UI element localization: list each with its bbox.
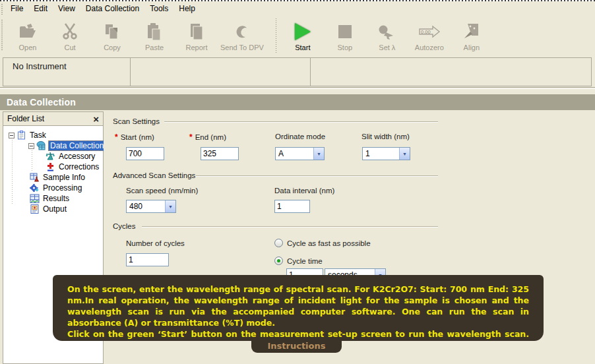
number-of-cycles-input[interactable] [126,253,169,266]
chevron-down-icon[interactable]: ▼ [399,148,410,160]
menu-data-collection[interactable]: Data Collection [80,3,144,15]
required-marker: * [115,133,118,142]
slit-width-value: 1 [363,149,399,158]
toolbar-button-label: Open [19,44,37,51]
scan-speed-select[interactable]: 480 ▼ [126,200,176,213]
crescent-icon [234,21,250,42]
tree-item-output[interactable]: Output [3,204,103,214]
data-collection-icon [36,141,46,150]
chevron-down-icon[interactable]: ▼ [165,200,175,212]
group-title-scan-settings: Scan Settings [113,117,160,125]
instructions-button-label: Instructions [267,341,325,351]
sample-info-icon [30,173,40,182]
toolbar-send-to-dpv-button[interactable]: Send To DPV [218,18,266,53]
copy-pages-icon [104,21,121,42]
menu-view[interactable]: View [53,3,80,15]
corrections-icon [46,162,55,171]
slit-width-select[interactable]: 1 ▼ [362,147,410,160]
end-nm-label: *End (nm) [189,133,226,142]
toolbar-start-button[interactable]: Start [282,18,324,53]
start-nm-input[interactable] [126,147,164,160]
window-top-edge [0,0,595,1]
cycle-fast-label: Cycle as fast as possible [287,239,371,247]
toolbar-button-label: Start [295,44,310,51]
group-line [164,121,438,123]
start-nm-label: *Start (nm) [115,133,154,142]
toolbar-autozero-button[interactable]: 0.00 Autozero [408,18,451,53]
tree-item-data-collection[interactable]: Data Collection [3,140,103,151]
data-interval-label: Data interval (nm) [274,187,334,195]
toolbar-button-label: Autozero [415,44,444,51]
tooltip-paragraph: On the screen, enter the wavelength rang… [67,284,529,328]
toolbar-cut-button[interactable]: Cut [49,18,91,53]
toolbar-copy-button[interactable]: Copy [91,18,133,53]
toolbar-paste-button[interactable]: Paste [133,18,175,53]
tree-item-label: Task [28,131,47,140]
cycle-time-label: Cycle time [287,257,323,265]
page-title: Data Collection [0,94,595,110]
toolbar-stop-button[interactable]: Stop [324,18,366,53]
tree-item-results[interactable]: Results [3,193,103,204]
instrument-status-text: No Instrument [13,61,67,71]
align-icon [462,21,481,42]
data-interval-input[interactable] [274,200,310,213]
tree-item-label: Accessory [57,152,96,161]
tree-item-sample-info[interactable]: Sample Info [3,172,103,183]
tree-item-label: Processing [42,183,83,193]
tree-item-processing[interactable]: Processing [3,183,103,193]
ordinate-mode-label: Ordinate mode [275,133,325,140]
scan-speed-value: 480 [127,202,165,211]
toolbar-button-label: Paste [145,44,164,51]
output-document-icon [30,204,40,214]
menu-bar: File Edit View Data Collection Tools Hel… [0,2,595,15]
collapse-minus-icon[interactable] [9,133,15,138]
tree-item-label: Results [42,194,71,203]
instruction-tooltip: On the screen, enter the wavelength rang… [53,275,544,341]
tree-item-label: Corrections [57,162,100,171]
instrument-status-bar: No Instrument [3,57,592,86]
menubar-grip[interactable] [1,4,3,15]
group-line [142,226,438,228]
status-cell-empty [131,58,311,86]
folder-list-header: Folder List × [3,112,103,126]
toolbar-set-wavelength-button[interactable]: Set λ [366,18,408,53]
tree-item-task[interactable]: Task [3,130,103,140]
horizontal-divider [0,87,595,89]
toolbar: Open Cut Copy Paste Report [0,16,595,55]
cycle-time-radio[interactable] [274,257,283,265]
toolbar-align-button[interactable]: Align [451,18,493,53]
processing-gear-icon [30,183,40,193]
instrument-status-cell: No Instrument [3,58,131,86]
instructions-button[interactable]: Instructions [251,339,342,353]
accessory-icon [46,152,55,161]
tree-item-corrections[interactable]: Corrections [3,162,103,172]
slit-width-label: Slit width (nm) [361,133,410,140]
results-chart-icon [30,194,40,203]
collapse-minus-icon[interactable] [28,143,34,149]
group-title-advanced: Advanced Scan Settings [113,171,195,179]
chevron-down-icon[interactable]: ▼ [313,148,324,160]
clipboard-task-icon [16,131,26,140]
page-title-text: Data Collection [7,97,76,107]
tree-item-label: Output [42,204,68,214]
label-text: Start (nm) [121,133,154,141]
folder-list-title: Folder List [7,114,93,123]
tree-item-accessory[interactable]: Accessory [3,151,103,162]
menu-edit[interactable]: Edit [28,3,53,15]
menu-tools[interactable]: Tools [144,3,173,15]
paste-clipboard-icon [146,21,163,42]
toolbar-separator [276,18,276,53]
toolbar-grip[interactable] [1,20,3,51]
toolbar-report-button[interactable]: Report [175,18,218,53]
cycle-fast-radio[interactable] [274,239,283,247]
close-icon[interactable]: × [93,114,99,124]
toolbar-button-label: Align [464,44,480,51]
menu-file[interactable]: File [5,3,28,15]
toolbar-open-button[interactable]: Open [7,18,49,53]
status-cell-empty [311,58,591,86]
menu-help[interactable]: Help [173,3,201,15]
group-title-cycles: Cycles [113,222,136,230]
toolbar-button-label: Report [185,44,207,51]
ordinate-mode-select[interactable]: A ▼ [275,147,325,160]
end-nm-input[interactable] [201,147,239,160]
